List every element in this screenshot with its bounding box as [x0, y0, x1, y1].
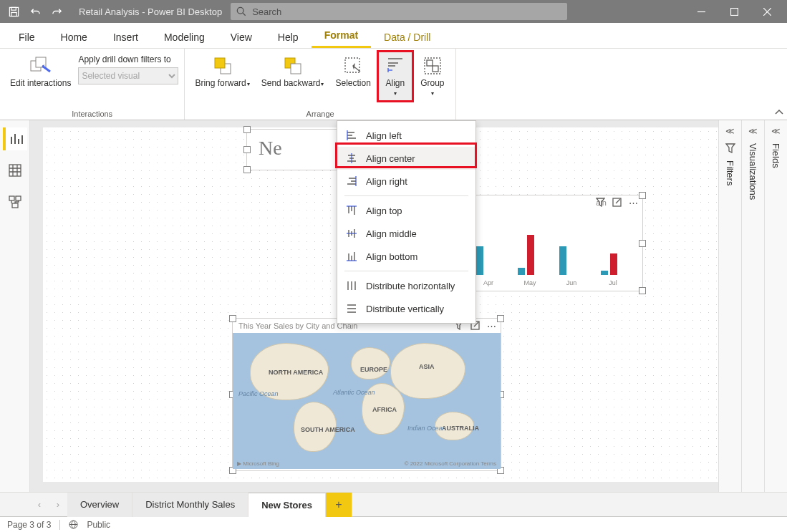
distribute-horizontally-item[interactable]: Distribute horizontally	[337, 274, 475, 297]
bring-forward-icon	[211, 54, 234, 77]
align-icon	[384, 54, 407, 77]
tab-view[interactable]: View	[218, 26, 265, 48]
filters-label: Filters	[725, 160, 735, 185]
svg-rect-13	[427, 60, 433, 66]
more-icon[interactable]: ⋯	[487, 321, 496, 332]
selection-label: Selection	[335, 79, 370, 88]
visualizations-pane[interactable]: ≪ Visualizations	[741, 120, 764, 492]
bring-forward-label: Bring forward	[195, 78, 246, 88]
model-view-tab[interactable]	[3, 190, 27, 213]
filters-pane[interactable]: ≪ Filters	[718, 120, 741, 492]
data-view-tab[interactable]	[3, 159, 27, 182]
send-backward-icon	[281, 54, 304, 77]
svg-rect-8	[215, 58, 225, 68]
tab-file[interactable]: File	[6, 26, 48, 48]
svg-rect-10	[291, 64, 301, 74]
align-middle-item[interactable]: Align middle	[337, 222, 475, 245]
svg-rect-2	[11, 12, 16, 16]
group-label-arrange: Arrange	[190, 110, 449, 118]
fields-label: Fields	[771, 143, 781, 168]
map-visual[interactable]: ⋯ This Year Sales by City and Chain NORT…	[232, 318, 501, 471]
group-button[interactable]: Group	[415, 52, 450, 101]
page-tab-overview[interactable]: Overview	[67, 493, 132, 517]
distribute-vertically-item[interactable]: Distribute vertically	[337, 297, 475, 320]
svg-point-3	[237, 7, 243, 14]
group-btn-label: Group	[420, 78, 444, 88]
map-body: NORTH AMERICA SOUTH AMERICA EUROPE AFRIC…	[233, 333, 501, 469]
chevron-left-icon: ≪	[725, 126, 735, 136]
undo-icon[interactable]	[26, 2, 44, 21]
send-backward-button[interactable]: Send backward	[257, 52, 329, 92]
align-top-item[interactable]: Align top	[337, 199, 475, 222]
fields-pane[interactable]: ≪ Fields	[764, 120, 787, 492]
close-button[interactable]	[751, 0, 783, 23]
save-icon[interactable]	[4, 2, 23, 21]
tab-home[interactable]: Home	[48, 26, 100, 48]
send-backward-label: Send backward	[261, 78, 321, 88]
selection-icon	[342, 54, 364, 77]
bing-brand: ▶ Microsoft Bing	[237, 460, 279, 467]
title-bar: Retail Analysis - Power BI Desktop Searc…	[0, 0, 787, 23]
more-icon[interactable]: ⋯	[629, 198, 638, 208]
main-area: ⋯ Ne ⋯ ain	[0, 120, 787, 492]
svg-rect-17	[16, 196, 21, 200]
svg-rect-6	[36, 57, 46, 67]
page-next[interactable]: ›	[49, 499, 67, 510]
page-tabs: ‹ › Overview District Monthly Sales New …	[0, 492, 787, 516]
page-indicator: Page 3 of 3	[7, 520, 51, 530]
align-label: Align	[386, 78, 405, 88]
page-tab-district[interactable]: District Monthly Sales	[132, 493, 248, 517]
edit-interactions-button[interactable]: Edit interactions	[6, 52, 75, 91]
svg-rect-1	[11, 7, 16, 10]
filter-icon[interactable]	[596, 198, 605, 208]
tab-data-drill[interactable]: Data / Drill	[371, 26, 443, 48]
visualizations-label: Visualizations	[748, 143, 758, 200]
add-page-button[interactable]: +	[326, 493, 352, 517]
collapse-ribbon-button[interactable]	[771, 49, 787, 120]
align-bottom-item[interactable]: Align bottom	[337, 245, 475, 268]
tab-help[interactable]: Help	[265, 26, 312, 48]
search-box[interactable]: Search	[231, 3, 567, 20]
filter-icon	[725, 143, 735, 153]
canvas-area[interactable]: ⋯ Ne ⋯ ain	[30, 120, 718, 492]
view-bar	[0, 120, 30, 492]
search-icon	[236, 6, 246, 16]
page-tab-new-stores[interactable]: New Stores	[248, 493, 326, 517]
bring-forward-button[interactable]: Bring forward	[190, 52, 254, 92]
ribbon: Edit interactions Apply drill down filte…	[0, 49, 787, 120]
svg-rect-4	[730, 8, 738, 15]
map-attribution: © 2022 Microsoft Corporation Terms	[405, 460, 496, 467]
selection-button[interactable]: Selection	[331, 52, 375, 91]
page-prev[interactable]: ‹	[30, 499, 49, 510]
apply-drill-select[interactable]: Selected visual	[78, 67, 178, 84]
focus-icon[interactable]	[612, 198, 622, 208]
status-bar: Page 3 of 3 Public	[0, 516, 787, 532]
tab-format[interactable]: Format	[312, 24, 371, 48]
svg-rect-15	[9, 165, 21, 176]
redo-icon[interactable]	[47, 2, 66, 21]
minimize-button[interactable]	[685, 0, 717, 23]
align-right-item[interactable]: Align right	[337, 170, 475, 193]
svg-rect-11	[345, 58, 359, 72]
svg-rect-16	[9, 196, 14, 200]
apply-drill-label: Apply drill down filters to	[78, 54, 178, 64]
app-title: Retail Analysis - Power BI Desktop	[79, 6, 222, 17]
search-placeholder: Search	[252, 6, 281, 17]
svg-rect-18	[12, 203, 18, 208]
chevron-left-icon: ≪	[748, 126, 758, 136]
align-center-item[interactable]: Align center	[337, 147, 475, 170]
ribbon-tabs: File Home Insert Modeling View Help Form…	[0, 23, 787, 49]
align-left-item[interactable]: Align left	[337, 124, 475, 147]
edit-interactions-label: Edit interactions	[10, 79, 71, 88]
align-button[interactable]: Align	[378, 52, 412, 101]
align-dropdown: Align left Align center Align right Alig…	[337, 120, 476, 324]
report-view-tab[interactable]	[3, 127, 27, 150]
edit-interactions-icon	[29, 54, 52, 77]
tab-modeling[interactable]: Modeling	[151, 26, 218, 48]
collapsed-panes: ≪ Filters ≪ Visualizations ≪ Fields	[718, 120, 787, 492]
svg-rect-14	[433, 66, 438, 72]
maximize-button[interactable]	[718, 0, 750, 23]
sensitivity-label: Public	[87, 520, 110, 530]
tab-insert[interactable]: Insert	[100, 26, 151, 48]
chevron-left-icon: ≪	[771, 126, 781, 136]
